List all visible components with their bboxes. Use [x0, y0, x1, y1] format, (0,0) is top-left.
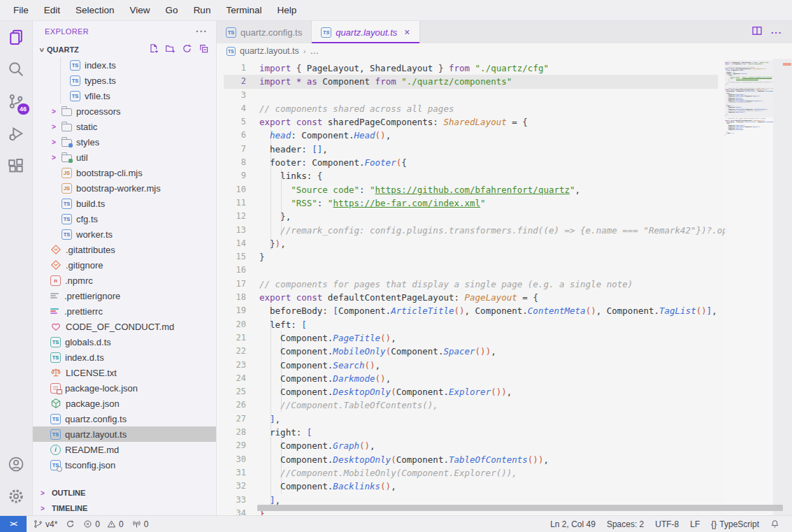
code-token[interactable]: beforeBody: — [259, 305, 333, 316]
code-token[interactable]: // components for pages that display a s… — [259, 279, 633, 289]
tree-file-bootstrap-worker-mjs[interactable]: JSbootstrap-worker.mjs — [33, 180, 216, 196]
breadcrumb[interactable]: TS quartz.layout.ts › … — [217, 43, 792, 59]
code-token[interactable]: export — [259, 117, 291, 127]
refresh-icon[interactable] — [182, 43, 192, 56]
code-line-18[interactable]: 18export const defaultContentPageLayout:… — [217, 291, 792, 304]
tab-quartz-layout[interactable]: TS quartz.layout.ts × — [312, 21, 419, 43]
menu-run[interactable]: Run — [186, 0, 219, 21]
status-item-spaces-2[interactable]: Spaces: 2 — [601, 516, 649, 532]
code-token[interactable]: defaultContentPageLayout: — [322, 292, 464, 303]
code-token[interactable]: Component. — [259, 373, 333, 384]
sidebar-panel-timeline[interactable]: > TIMELINE — [33, 501, 216, 515]
search-icon[interactable] — [0, 53, 33, 85]
code-line-29[interactable]: 29 Component.Graph(), — [217, 439, 792, 452]
status-item-lf[interactable]: LF — [684, 516, 705, 532]
menu-terminal[interactable]: Terminal — [218, 0, 269, 21]
code-token[interactable]: from — [375, 76, 396, 87]
code-token[interactable]: Component. — [259, 481, 333, 491]
code-token[interactable]: () — [475, 346, 486, 357]
tree-file-license-txt[interactable]: LICENSE.txt — [33, 365, 216, 380]
code-token[interactable] — [259, 130, 270, 141]
tree-folder-util[interactable]: >util — [33, 150, 216, 165]
tree-file-tsconfig-json[interactable]: TStsconfig.json — [33, 457, 216, 473]
menu-go[interactable]: Go — [158, 0, 186, 21]
code-token[interactable]: //Component.TableOfContents(), — [280, 400, 438, 410]
code-token[interactable]: DesktopOnly — [333, 387, 391, 397]
code-token[interactable]: //Component.MobileOnly(Component.Explore… — [280, 468, 517, 478]
code-token[interactable]: MobileOnly — [333, 346, 385, 357]
code-token[interactable]: "RSS" — [291, 198, 317, 208]
tree-file--gitignore[interactable]: .gitignore — [33, 257, 216, 273]
tree-file-package-lock-json[interactable]: package-lock.json — [33, 380, 216, 396]
code-token[interactable]: , — [391, 481, 396, 491]
code-token[interactable]: links: — [259, 171, 317, 181]
tree-folder-processors[interactable]: >processors — [33, 103, 216, 119]
code-token[interactable]: https://github.com/bfahrenfort/quartz — [375, 185, 570, 195]
code-token[interactable]: Component. — [259, 333, 333, 343]
code-token[interactable]: ( — [391, 454, 396, 465]
code-token[interactable]: } — [270, 238, 275, 249]
code-token[interactable]: "./quartz/cfg" — [475, 63, 549, 73]
tree-folder-styles[interactable]: >styles — [33, 134, 216, 150]
code-token[interactable]: () — [365, 360, 375, 371]
code-token[interactable]: header: — [259, 144, 312, 154]
code-token[interactable]: , — [322, 144, 328, 154]
code-token[interactable]: //remark_config: config.plugins.transfor… — [280, 225, 728, 236]
account-icon[interactable] — [0, 448, 33, 480]
code-token[interactable]: // components shared across all pages — [259, 103, 454, 114]
code-token[interactable]: , — [712, 305, 717, 316]
code-token[interactable]: , — [491, 346, 496, 357]
tree-file-cfg-ts[interactable]: TScfg.ts — [33, 211, 216, 227]
code-token[interactable]: Graph — [333, 440, 359, 451]
code-token[interactable]: import — [259, 63, 291, 73]
code-token[interactable]: Component — [317, 76, 375, 87]
explorer-more-icon[interactable]: ··· — [196, 26, 208, 37]
code-token[interactable]: const — [296, 292, 323, 303]
code-line-27[interactable]: 27 ], — [217, 412, 792, 426]
code-token[interactable]: Component. — [396, 387, 449, 397]
tree-folder-static[interactable]: >static — [33, 119, 216, 134]
more-actions-icon[interactable]: ··· — [771, 27, 782, 38]
code-token[interactable]: ] — [270, 495, 275, 505]
tree-file-index-ts[interactable]: TSindex.ts — [33, 57, 216, 73]
code-token[interactable]: : — [359, 185, 370, 195]
source-control-icon[interactable]: 46 — [0, 85, 33, 117]
code-token[interactable]: ] — [270, 414, 275, 424]
code-token[interactable]: Component. — [259, 440, 333, 451]
code-line-32[interactable]: 32 Component.Backlinks(), — [217, 480, 792, 493]
status-item-branch-icon[interactable]: v4* — [29, 516, 62, 532]
code-token[interactable]: export — [259, 292, 291, 303]
status-item-error-icon[interactable]: 00 — [79, 516, 127, 532]
code-token[interactable]: PageLayout, SharedLayout — [301, 63, 438, 73]
code-token[interactable] — [443, 63, 449, 73]
code-token[interactable]: ContentMeta — [528, 305, 586, 316]
remote-indicator[interactable]: >< — [0, 516, 27, 532]
code-token[interactable]: Component. — [259, 360, 333, 371]
code-line-26[interactable]: 26 //Component.TableOfContents(), — [217, 398, 792, 412]
code-token[interactable] — [259, 225, 280, 236]
code-token[interactable]: , Component. — [465, 305, 528, 316]
code-line-28[interactable]: 28 right: [ — [217, 426, 792, 439]
code-token[interactable]: { — [522, 117, 528, 127]
code-token[interactable] — [470, 63, 475, 73]
code-token[interactable]: " — [480, 198, 486, 208]
code-line-15[interactable]: 15} — [217, 250, 792, 264]
code-token[interactable]: { — [533, 292, 538, 303]
code-token[interactable]: sharedPageComponents: — [322, 117, 443, 127]
code-token[interactable] — [291, 63, 296, 73]
menu-view[interactable]: View — [122, 0, 158, 21]
code-token[interactable]: Component. — [259, 454, 333, 465]
tree-file-quartz-config-ts[interactable]: TSquartz.config.ts — [33, 411, 216, 426]
code-token[interactable]: , — [280, 238, 286, 249]
code-token[interactable]: () — [380, 333, 391, 343]
code-token[interactable]: " — [370, 185, 375, 195]
overview-ruler[interactable] — [773, 59, 792, 515]
code-token[interactable]: Component. — [391, 346, 443, 357]
code-line-12[interactable]: 12 }, — [217, 210, 792, 223]
code-token[interactable]: Spacer — [443, 346, 475, 357]
code-token[interactable] — [259, 414, 270, 424]
code-token[interactable]: { — [317, 171, 323, 181]
tab-quartz-config[interactable]: TS quartz.config.ts — [217, 21, 312, 43]
code-token[interactable]: Component. — [396, 454, 449, 465]
code-token[interactable]: = — [517, 292, 533, 303]
